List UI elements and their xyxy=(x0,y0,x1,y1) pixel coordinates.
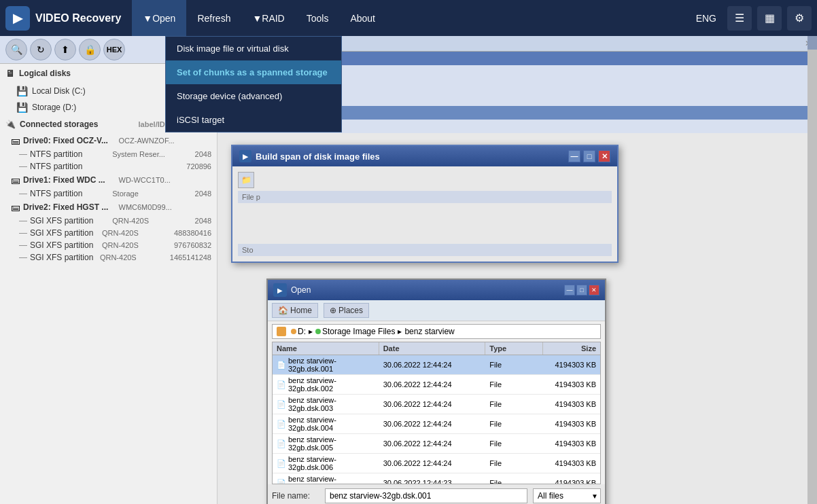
dropdown-item-disk-image[interactable]: Disk image file or virtual disk xyxy=(166,37,341,60)
partition-icon: — xyxy=(19,216,27,226)
store-label-row: Sto xyxy=(238,244,612,256)
storage-disk-label: Storage (D:) xyxy=(32,103,76,112)
drive2-partition1[interactable]: — SGI XFS partition QRN-420S 488380416 xyxy=(0,227,217,239)
file-row-5[interactable]: 📄 benz starview-32gb.dsk.006 30.06.2022 … xyxy=(273,454,600,473)
dropdown-item-iscsi[interactable]: iSCSI target xyxy=(166,108,341,132)
log-icon-btn[interactable]: ▦ xyxy=(757,6,782,31)
fd-file-list: Name Date Type Size 📄 benz starview-32gb… xyxy=(272,342,601,484)
fd-toolbar: 🏠 Home ⊕ Places xyxy=(268,300,605,321)
up-icon-btn[interactable]: ⬆ xyxy=(54,39,76,60)
file-cell-size-0: 4194303 KB xyxy=(543,359,600,370)
dropdown-item-storage-adv[interactable]: Storage device (advanced) xyxy=(166,84,341,108)
drive2-p1-label: QRN-420S xyxy=(102,229,171,237)
fd-path-drive[interactable]: D: xyxy=(291,327,306,336)
file-cell-size-6: 4194303 KB xyxy=(543,478,600,484)
drive2-item[interactable]: 🖴 Drive2: Fixed HGST ... WMC6M0D99... xyxy=(0,200,217,215)
drive0-p1-name: NTFS partition xyxy=(30,162,105,171)
drive2-p1-start: 488380416 xyxy=(174,229,211,237)
path-dot-2 xyxy=(315,329,321,334)
partition-icon: — xyxy=(19,149,27,159)
dropdown-item-spanned[interactable]: Set of chunks as a spanned storage xyxy=(166,60,341,84)
build-span-content: 📁 File p ▶ Open — □ ✕ xyxy=(232,166,617,262)
main-content: 🔍 ↻ ⬆ 🔒 HEX 🖥 Logical disks 💾 Local Disk… xyxy=(0,36,817,504)
right-panel-scrollbar[interactable] xyxy=(807,36,817,504)
drive2-p1-name: SGI XFS partition xyxy=(30,228,99,238)
build-span-controls: — □ ✕ xyxy=(568,150,610,162)
file-row-4[interactable]: 📄 benz starview-32gb.dsk.005 30.06.2022 … xyxy=(273,434,600,454)
fd-home-btn[interactable]: 🏠 Home xyxy=(272,303,318,318)
fd-path-folder2[interactable]: benz starview xyxy=(404,327,454,336)
path-dot-1 xyxy=(291,329,296,334)
language-selector[interactable]: ENG xyxy=(691,10,722,26)
file-cell-type-5: File xyxy=(485,458,542,469)
build-span-maximize-btn[interactable]: □ xyxy=(583,150,595,162)
menu-item-raid[interactable]: ▼ RAID xyxy=(241,0,295,36)
file-cell-type-2: File xyxy=(485,399,542,410)
file-cell-size-4: 4194303 KB xyxy=(543,438,600,449)
drive1-p0-label: Storage xyxy=(112,190,192,198)
app-title: VIDEO Recovery xyxy=(35,12,121,24)
drive2-partition3[interactable]: — SGI XFS partition QRN-420S 1465141248 xyxy=(0,251,217,264)
file-cell-date-5: 30.06.2022 12:44:24 xyxy=(379,458,486,469)
fd-places-btn[interactable]: ⊕ Places xyxy=(324,303,369,318)
file-cell-name-0: 📄 benz starview-32gb.dsk.001 xyxy=(273,355,379,374)
drive0-partition1[interactable]: — NTFS partition 720896 xyxy=(0,160,217,173)
menu-item-open[interactable]: ▼ Open xyxy=(132,0,186,36)
menu-item-tools[interactable]: Tools xyxy=(296,0,340,36)
fd-filetype-select[interactable]: All files xyxy=(533,488,601,503)
drive1-item[interactable]: 🖴 Drive1: Fixed WDC ... WD-WCC1T0... xyxy=(0,173,217,187)
fd-filetype-wrap: All files ▼ xyxy=(533,488,601,503)
file-cell-name-2: 📄 benz starview-32gb.dsk.003 xyxy=(273,395,379,414)
fd-close-btn[interactable]: ✕ xyxy=(589,285,599,295)
drive2-p0-label: QRN-420S xyxy=(112,217,192,225)
file-cell-date-2: 30.06.2022 12:44:24 xyxy=(379,399,486,410)
col-name[interactable]: Name xyxy=(273,342,379,355)
drive0-item[interactable]: 🖴 Drive0: Fixed OCZ-V... OCZ-AWNZOF... xyxy=(0,133,217,148)
file-cell-name-4: 📄 benz starview-32gb.dsk.005 xyxy=(273,434,379,453)
file-cell-date-6: 30.06.2022 12:44:23 xyxy=(379,478,486,484)
drive1-partition0[interactable]: — NTFS partition Storage 2048 xyxy=(0,187,217,200)
drive2-partition0[interactable]: — SGI XFS partition QRN-420S 2048 xyxy=(0,215,217,227)
folder-icon-btn[interactable]: 📁 xyxy=(238,172,254,188)
file-row-1[interactable]: 📄 benz starview-32gb.dsk.002 30.06.2022 … xyxy=(273,375,600,395)
app-logo: ▶ VIDEO Recovery xyxy=(5,6,121,31)
drive2-p3-start: 1465141248 xyxy=(170,253,211,262)
drive0-p0-label: System Reser... xyxy=(112,150,192,158)
drive2-name: Drive2: Fixed HGST ... xyxy=(23,202,116,212)
messages-icon-btn[interactable]: ☰ xyxy=(727,6,752,31)
fd-filename-input[interactable] xyxy=(325,488,527,503)
file-row-2[interactable]: 📄 benz starview-32gb.dsk.003 30.06.2022 … xyxy=(273,395,600,414)
lock-icon-btn[interactable]: 🔒 xyxy=(79,39,101,60)
col-size[interactable]: Size xyxy=(543,342,600,355)
logical-disks-icon: 🖥 xyxy=(5,68,15,79)
col-type[interactable]: Type xyxy=(485,342,543,355)
menu-item-refresh[interactable]: Refresh xyxy=(186,0,241,36)
file-dialog-titlebar: ▶ Open — □ ✕ xyxy=(268,280,605,300)
file-dialog-logo: ▶ xyxy=(273,283,287,297)
col-date[interactable]: Date xyxy=(379,342,486,355)
menu-item-about[interactable]: About xyxy=(339,0,386,36)
hex-icon-btn[interactable]: HEX xyxy=(103,39,125,60)
build-span-close-btn[interactable]: ✕ xyxy=(598,150,610,162)
build-span-minimize-btn[interactable]: — xyxy=(568,150,580,162)
drive0-icon: 🖴 xyxy=(11,135,20,146)
search-icon-btn[interactable]: 🔍 xyxy=(5,39,27,60)
file-row-0[interactable]: 📄 benz starview-32gb.dsk.001 30.06.2022 … xyxy=(273,355,600,375)
drive2-label: WMC6M0D99... xyxy=(119,203,212,211)
file-cell-name-6: 📄 benz starview-32gb.dsk.007 xyxy=(273,473,379,484)
drive1-name: Drive1: Fixed WDC ... xyxy=(23,175,116,185)
fd-path-folder1[interactable]: Storage Image Files xyxy=(315,327,395,336)
fd-minimize-btn[interactable]: — xyxy=(564,285,575,295)
file-row-6[interactable]: 📄 benz starview-32gb.dsk.007 30.06.2022 … xyxy=(273,473,600,484)
partition-icon: — xyxy=(19,240,27,250)
file-cell-date-4: 30.06.2022 12:44:24 xyxy=(379,438,486,449)
settings-icon-btn[interactable]: ⚙ xyxy=(787,6,812,31)
file-p-label: File p xyxy=(238,191,612,203)
file-row-3[interactable]: 📄 benz starview-32gb.dsk.004 30.06.2022 … xyxy=(273,414,600,434)
fd-maximize-btn[interactable]: □ xyxy=(576,285,587,295)
drive2-partition2[interactable]: — SGI XFS partition QRN-420S 976760832 xyxy=(0,239,217,251)
refresh-icon-btn[interactable]: ↻ xyxy=(30,39,52,60)
drive0-partition0[interactable]: — NTFS partition System Reser... 2048 xyxy=(0,148,217,160)
file-cell-name-1: 📄 benz starview-32gb.dsk.002 xyxy=(273,375,379,394)
home-icon: 🏠 xyxy=(278,306,288,315)
